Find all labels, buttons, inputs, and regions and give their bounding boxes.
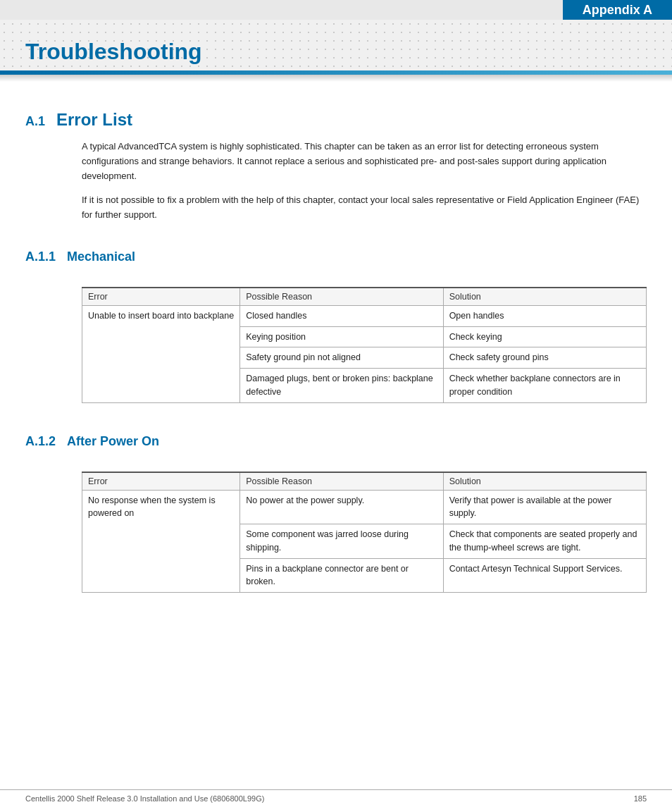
power-header-solution: Solution bbox=[443, 472, 646, 491]
appendix-tab: Appendix A bbox=[563, 0, 672, 20]
section-a1-number: A.1 bbox=[25, 114, 45, 129]
main-content: A.1 Error List A typical AdvancedTCA sys… bbox=[0, 82, 672, 635]
mech-solution-1: Check keying bbox=[443, 326, 646, 347]
power-reason-2: Pins in a backplane connector are bent o… bbox=[240, 558, 443, 593]
mech-reason-3: Damaged plugs, bent or broken pins: back… bbox=[240, 369, 443, 403]
mechanical-table-wrapper: Error Possible Reason Solution Unable to… bbox=[82, 287, 647, 403]
section-a12-title: After Power On bbox=[67, 434, 159, 449]
section-a11-header: A.1.1 Mechanical bbox=[25, 233, 647, 276]
power-solution-1: Check that components are seated properl… bbox=[443, 524, 646, 559]
mechanical-table: Error Possible Reason Solution Unable to… bbox=[82, 287, 647, 403]
table-row: No response when the system is powered o… bbox=[82, 490, 647, 524]
mech-solution-0: Open handles bbox=[443, 305, 646, 326]
footer-left-text: Centellis 2000 Shelf Release 3.0 Install… bbox=[25, 794, 264, 803]
section-a1-body2: If it is not possible to fix a problem w… bbox=[82, 193, 647, 223]
power-solution-2: Contact Artesyn Technical Support Servic… bbox=[443, 558, 646, 593]
section-a1-header: A.1 Error List bbox=[25, 96, 647, 140]
header-top: Appendix A bbox=[0, 0, 672, 20]
section-a12-header: A.1.2 After Power On bbox=[25, 417, 647, 460]
mech-header-reason: Possible Reason bbox=[240, 288, 443, 306]
section-a1-title: Error List bbox=[56, 110, 132, 130]
section-a1-body1: A typical AdvancedTCA system is highly s… bbox=[82, 140, 647, 183]
mech-header-error: Error bbox=[82, 288, 240, 306]
table-row: Unable to insert board into backplane Cl… bbox=[82, 305, 647, 326]
gray-divider bbox=[0, 75, 672, 82]
power-header-reason: Possible Reason bbox=[240, 472, 443, 491]
mech-solution-2: Check safety ground pins bbox=[443, 347, 646, 369]
mech-reason-2: Safety ground pin not aligned bbox=[240, 347, 443, 369]
power-reason-0: No power at the power supply. bbox=[240, 490, 443, 524]
page-title: Troubleshooting bbox=[25, 39, 202, 65]
mech-error-cell: Unable to insert board into backplane bbox=[82, 305, 240, 402]
section-a11-number: A.1.1 bbox=[25, 250, 56, 264]
mech-reason-1: Keying position bbox=[240, 326, 443, 347]
footer-page-number: 185 bbox=[634, 794, 647, 803]
power-error-cell: No response when the system is powered o… bbox=[82, 490, 240, 593]
mech-header-solution: Solution bbox=[443, 288, 646, 306]
power-solution-0: Verify that power is available at the po… bbox=[443, 490, 646, 524]
power-reason-1: Some component was jarred loose during s… bbox=[240, 524, 443, 559]
power-on-table: Error Possible Reason Solution No respon… bbox=[82, 472, 647, 593]
mech-solution-3: Check whether backplane connectors are i… bbox=[443, 369, 646, 403]
mech-reason-0: Closed handles bbox=[240, 305, 443, 326]
header-dots: Troubleshooting bbox=[0, 20, 672, 70]
footer: Centellis 2000 Shelf Release 3.0 Install… bbox=[0, 789, 672, 807]
section-a11-title: Mechanical bbox=[67, 250, 135, 264]
section-a12-number: A.1.2 bbox=[25, 434, 56, 449]
power-on-table-wrapper: Error Possible Reason Solution No respon… bbox=[82, 472, 647, 593]
power-header-error: Error bbox=[82, 472, 240, 491]
